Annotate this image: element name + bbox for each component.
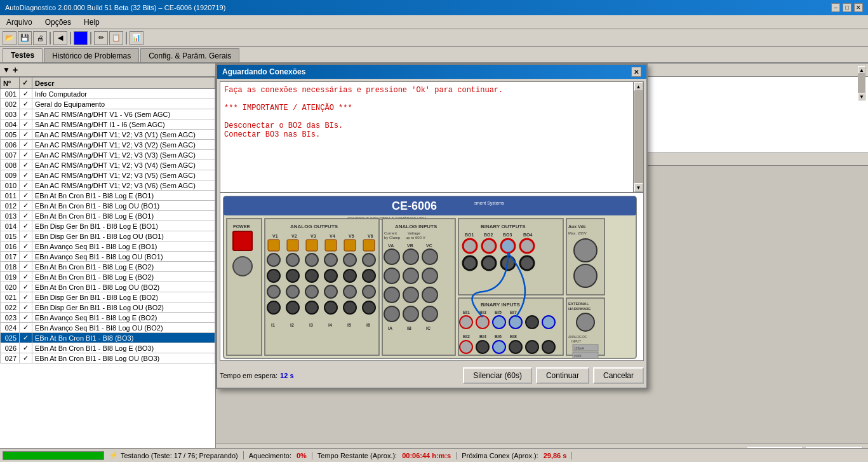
tab-historico[interactable]: Histórico de Problemas xyxy=(44,48,139,62)
svg-point-117 xyxy=(526,341,538,353)
table-row[interactable]: 012 ✓ EBn At Bn Cron BI1 - BI8 Log OU (B… xyxy=(1,201,215,211)
toolbar-btn-2[interactable]: 💾 xyxy=(18,31,32,45)
status-bar: ⚡ Testando (Teste: 17 / 76; Preparando) … xyxy=(0,448,868,462)
tab-config[interactable]: Config. & Parâm. Gerais xyxy=(140,48,239,62)
svg-text:BI6: BI6 xyxy=(495,334,502,339)
conditions-scrollbar[interactable]: ▲ ▼ xyxy=(858,66,865,100)
table-row[interactable]: 006 ✓ EAn AC RMS/Ang/DHT V1; V2; V3 (V2)… xyxy=(1,140,215,150)
row-check: ✓ xyxy=(20,252,32,262)
next-conn-segment: Próxima Conex (Aprox.): 29,86 s xyxy=(462,452,572,459)
col-num-header: Nº xyxy=(1,78,20,89)
row-num: 017 xyxy=(1,252,20,262)
svg-text:V2: V2 xyxy=(291,234,297,238)
table-row[interactable]: 023 ✓ EBn Avanço Seq BI1 - BI8 Log E (BO… xyxy=(1,313,215,323)
row-check: ✓ xyxy=(20,170,32,180)
close-btn[interactable]: ✕ xyxy=(854,3,863,12)
row-check: ✓ xyxy=(20,353,32,363)
table-row[interactable]: 001 ✓ Info Computador xyxy=(1,89,215,99)
svg-text:IC: IC xyxy=(426,326,431,330)
row-num: 011 xyxy=(1,191,20,201)
table-row[interactable]: 005 ✓ EAn AC RMS/Ang/DHT V1; V2; V3 (V1)… xyxy=(1,130,215,140)
table-row[interactable]: 015 ✓ EBn Disp Ger Bn BI1 - BI8 Log OU (… xyxy=(1,231,215,241)
toolbar-btn-3[interactable]: 🖨 xyxy=(33,31,47,45)
table-row[interactable]: 003 ✓ SAn AC RMS/Ang/DHT V1 - V6 (Sem AG… xyxy=(1,109,215,119)
maximize-btn[interactable]: □ xyxy=(843,3,851,12)
dialog-text-scrollbar[interactable]: ▲ ▼ xyxy=(633,82,643,192)
row-desc: Info Computador xyxy=(32,89,215,99)
table-row[interactable]: 004 ✓ SAn AC RMS/Ang/DHT I1 - I6 (Sem AG… xyxy=(1,119,215,130)
table-row[interactable]: 019 ✓ EBn At Bn Cron BI1 - BI8 Log E (BO… xyxy=(1,272,215,282)
device-svg: Universal Test Set for Protection and Me… xyxy=(220,193,639,361)
svg-text:V6: V6 xyxy=(368,234,373,238)
timer-value: 12 s xyxy=(280,372,293,379)
svg-text:I3: I3 xyxy=(309,323,313,327)
svg-point-66 xyxy=(384,268,399,283)
toolbar-btn-5[interactable]: ✏ xyxy=(94,31,108,45)
row-desc: EBn At Bn Cron BI1 - BI8 Log OU (BO1) xyxy=(32,201,215,211)
row-num: 020 xyxy=(1,282,20,292)
table-row[interactable]: 018 ✓ EBn At Bn Cron BI1 - BI8 Log E (BO… xyxy=(1,262,215,272)
table-row[interactable]: 009 ✓ EAn AC RMS/Ang/DHT V1; V2; V3 (V5)… xyxy=(1,170,215,180)
svg-point-64 xyxy=(403,249,418,264)
table-row[interactable]: 010 ✓ EAn AC RMS/Ang/DHT V1; V2; V3 (V6)… xyxy=(1,180,215,191)
table-row[interactable]: 002 ✓ Geral do Equipamento xyxy=(1,99,215,109)
svg-rect-10 xyxy=(265,219,379,355)
menu-opcoes[interactable]: Opções xyxy=(41,17,75,28)
svg-text:BINARY OUTPUTS: BINARY OUTPUTS xyxy=(481,224,526,229)
test-table-container[interactable]: Nº ✓ Descr 001 ✓ Info Computador 002 ✓ G… xyxy=(0,77,215,462)
svg-text:BI5: BI5 xyxy=(495,310,502,315)
svg-point-69 xyxy=(384,287,399,302)
table-row[interactable]: 016 ✓ EBn Avanço Seq BI1 - BI8 Log E (BO… xyxy=(1,241,215,252)
row-check: ✓ xyxy=(20,302,32,313)
row-check: ✓ xyxy=(20,119,32,130)
table-row[interactable]: 024 ✓ EBn Avanço Seq BI1 - BI8 Log OU (B… xyxy=(1,323,215,333)
color-button[interactable] xyxy=(74,31,88,45)
toolbar-btn-1[interactable]: 📂 xyxy=(3,31,17,45)
svg-text:INPUT: INPUT xyxy=(571,339,581,343)
svg-text:up to 600 V: up to 600 V xyxy=(406,236,425,240)
svg-point-95 xyxy=(574,239,597,262)
table-row[interactable]: 007 ✓ EAn AC RMS/Ang/DHT V1; V2; V3 (V3)… xyxy=(1,150,215,160)
col-check-header: ✓ xyxy=(20,78,32,89)
table-row[interactable]: 011 ✓ EBn At Bn Cron BI1 - BI8 Log E (BO… xyxy=(1,191,215,201)
continue-btn[interactable]: Continuar xyxy=(536,367,589,384)
table-row[interactable]: 021 ✓ EBn Disp Ger Bn BI1 - BI8 Log E (B… xyxy=(1,292,215,302)
svg-rect-8 xyxy=(233,231,252,250)
table-row[interactable]: 020 ✓ EBn At Bn Cron BI1 - BI8 Log OU (B… xyxy=(1,282,215,292)
svg-text:by Clamp: by Clamp xyxy=(384,236,401,240)
svg-rect-20 xyxy=(306,240,317,251)
svg-point-105 xyxy=(493,316,505,329)
silence-btn[interactable]: Silenciar (60s) xyxy=(463,367,532,384)
menu-help[interactable]: Help xyxy=(80,17,103,28)
table-row[interactable]: 022 ✓ EBn Disp Ger Bn BI1 - BI8 Log OU (… xyxy=(1,302,215,313)
add-test-btn[interactable]: + xyxy=(13,65,18,75)
table-row[interactable]: 027 ✓ EBn At Bn Cron BI1 - BI8 Log OU (B… xyxy=(1,353,215,363)
menu-arquivo[interactable]: Arquivo xyxy=(3,17,36,28)
next-conn-value: 29,86 s xyxy=(544,452,567,459)
svg-point-113 xyxy=(460,341,472,353)
table-row[interactable]: 008 ✓ EAn AC RMS/Ang/DHT V1; V2; V3 (V4)… xyxy=(1,160,215,170)
toolbar-btn-7[interactable]: 📊 xyxy=(130,31,144,45)
toolbar-btn-6[interactable]: 📋 xyxy=(109,31,123,45)
row-num: 024 xyxy=(1,323,20,333)
tab-testes[interactable]: Testes xyxy=(3,48,43,62)
table-row[interactable]: 014 ✓ EBn Disp Ger Bn BI1 - BI8 Log E (B… xyxy=(1,221,215,231)
cancel-btn[interactable]: Cancelar xyxy=(593,367,644,384)
table-row[interactable]: 017 ✓ EBn Avanço Seq BI1 - BI8 Log OU (B… xyxy=(1,252,215,262)
toolbar-sep-4 xyxy=(126,32,127,44)
svg-point-32 xyxy=(305,269,318,282)
table-row[interactable]: 025 ✓ EBn At Bn Cron BI1 - BI8 (BO3) xyxy=(1,333,215,343)
table-row[interactable]: 026 ✓ EBn At Bn Cron BI1 - BI8 Log E (BO… xyxy=(1,343,215,353)
svg-point-73 xyxy=(403,306,418,322)
minimize-btn[interactable]: – xyxy=(831,3,840,12)
filter-icon[interactable]: ▼ xyxy=(3,65,10,74)
row-desc: EBn Avanço Seq BI1 - BI8 Log E (BO2) xyxy=(32,313,215,323)
row-check: ✓ xyxy=(20,231,32,241)
svg-text:V3: V3 xyxy=(310,234,316,238)
toolbar-btn-4[interactable]: ◀ xyxy=(53,31,67,45)
row-check: ✓ xyxy=(20,333,32,343)
table-row[interactable]: 013 ✓ EBn At Bn Cron BI1 - BI8 Log E (BO… xyxy=(1,211,215,221)
svg-point-88 xyxy=(463,256,477,270)
warmup-segment: Aquecimento: 0% xyxy=(249,452,312,459)
dialog-close-btn[interactable]: ✕ xyxy=(631,67,641,77)
